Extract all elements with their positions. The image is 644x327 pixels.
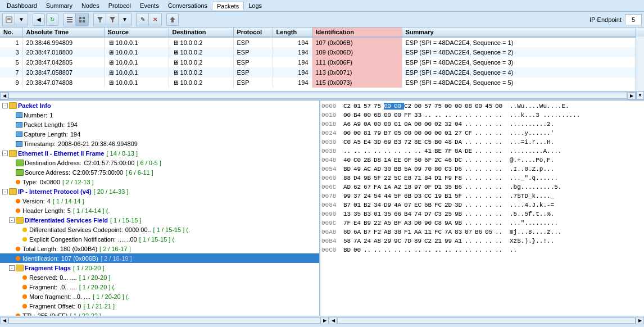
packet-list[interactable]: No. Absolute Time Source Destination Pro… bbox=[0, 28, 644, 101]
new-btn[interactable] bbox=[3, 13, 15, 26]
tab-events[interactable]: Events bbox=[135, 1, 164, 10]
tree-item[interactable]: Reserved:0... ....[ 1 / 20-20 ] bbox=[0, 272, 319, 282]
tree-item[interactable]: Fragment:.0.. ....[ 1 / 20-20 ] (. bbox=[0, 282, 319, 292]
bullet-orange-icon bbox=[16, 247, 20, 251]
filter2-btn[interactable]: + bbox=[106, 13, 119, 26]
dropdown-btn[interactable]: ▼ bbox=[15, 13, 28, 26]
hex-ascii: ....4.J.k.-= bbox=[510, 202, 554, 208]
tree-item[interactable]: Total Length:180 (0x00B4)[ 2 / 16-17 ] bbox=[0, 244, 319, 253]
tree-item[interactable]: -Fragment Flags[ 1 / 20-20 ] bbox=[0, 263, 319, 272]
tree-item[interactable]: -Differentiated Services Field[ 1 / 15-1… bbox=[0, 215, 319, 225]
tree-item[interactable]: Source Address:C2:00:57:75:00:00[ 6 / 6-… bbox=[0, 167, 319, 177]
expand-btn[interactable]: - bbox=[2, 189, 8, 194]
packet-cell: 194 bbox=[273, 78, 312, 88]
hex-byte: C5 bbox=[424, 139, 434, 146]
tree-item[interactable]: Header Length:5[ 1 / 14-14 ] (. bbox=[0, 206, 319, 215]
packet-row[interactable]: 120:38:46.994809🖥 10.0.0.1🖥 10.0.0.2ESP1… bbox=[0, 37, 644, 47]
tree-item[interactable]: Explicit Congestion Notification:.... ..… bbox=[0, 234, 319, 244]
hex-byte: 19 bbox=[434, 193, 445, 199]
hex-byte: .. bbox=[475, 238, 485, 244]
tab-summary[interactable]: Summary bbox=[42, 1, 77, 10]
refresh-btn[interactable]: ↻ bbox=[46, 13, 58, 26]
hex-byte: 09 bbox=[414, 166, 424, 172]
tree-item-value: 194 bbox=[67, 121, 77, 128]
hex-byte: .. bbox=[485, 157, 495, 164]
tree-item[interactable]: -IP - Internet Protocol (v4)[ 20 / 14-33… bbox=[0, 187, 319, 196]
tree-item-label: Differentiated Services Field bbox=[25, 217, 108, 224]
tree-item[interactable]: Differentiated Services Codepoint:0000 0… bbox=[0, 225, 319, 234]
packet-row[interactable]: 320:38:47.018800🖥 10.0.0.1🖥 10.0.0.2ESP1… bbox=[0, 47, 644, 57]
export-btn[interactable] bbox=[166, 13, 179, 26]
edit-btn[interactable]: ✎ bbox=[137, 13, 149, 26]
tree-item[interactable]: Number:1 bbox=[0, 110, 319, 120]
tree-item[interactable]: Packet Length:194 bbox=[0, 120, 319, 129]
tree-item[interactable]: Type:0x0800[ 2 / 12-13 ] bbox=[0, 177, 319, 187]
tab-dashboard[interactable]: Dashboard bbox=[2, 1, 42, 10]
expand-btn[interactable]: - bbox=[9, 217, 15, 223]
tab-nodes[interactable]: Nodes bbox=[77, 1, 104, 10]
hex-panel[interactable]: 0000C2 01 57 75 00 00 C2 00 57 75 00 00 … bbox=[320, 101, 644, 316]
tab-packets[interactable]: Packets bbox=[212, 2, 244, 10]
packet-row[interactable]: 720:38:47.058807🖥 10.0.0.1🖥 10.0.0.2ESP1… bbox=[0, 67, 644, 78]
hex-byte: D3 bbox=[414, 193, 424, 199]
file-toolbar-group: ▼ bbox=[2, 13, 28, 26]
endpoint-input[interactable] bbox=[625, 14, 642, 25]
expand-btn[interactable]: - bbox=[2, 151, 8, 156]
hex-offset: 0078 bbox=[321, 193, 341, 199]
hex-byte: 22 bbox=[374, 220, 384, 226]
tab-logs[interactable]: Logs bbox=[244, 1, 266, 10]
tree-item[interactable]: Identification:107 (0x006B)[ 2 / 18-19 ] bbox=[0, 253, 319, 263]
tab-conversations[interactable]: Conversations bbox=[164, 1, 212, 10]
packet-list-vscroll[interactable]: ▲ ▼ bbox=[636, 28, 644, 99]
hex-offset: 006C bbox=[321, 184, 341, 190]
scroll-down-btn[interactable]: ▼ bbox=[636, 91, 644, 99]
hex-byte: 00 bbox=[414, 130, 424, 137]
svg-text:+: + bbox=[112, 19, 114, 22]
scroll-track bbox=[636, 36, 644, 91]
tree-item[interactable]: Version:4[ 1 / 14-14 ] bbox=[0, 196, 319, 206]
hex-row: 001000 B4 00 6B 00 00 FF 33 .. .. .. .. … bbox=[321, 111, 643, 120]
tree-item[interactable]: -Ethernet II - Ethernet II Frame[ 14 / 0… bbox=[0, 148, 319, 158]
hex-byte: CF bbox=[465, 130, 475, 137]
packet-row[interactable]: 920:38:47.074808🖥 10.0.0.1🖥 10.0.0.2ESP1… bbox=[0, 78, 644, 88]
packet-cell: ESP (SPI = 48DAC2E4, Sequence = 1) bbox=[402, 37, 636, 47]
hex-byte: 97 bbox=[414, 184, 424, 190]
hex-row: 0018A6 A9 0A 00 00 01 0A 00 00 02 32 04 … bbox=[321, 120, 643, 129]
hex-byte: 45 bbox=[485, 103, 495, 110]
hex-byte: 72 bbox=[404, 139, 414, 146]
list-view-btn[interactable] bbox=[64, 13, 76, 26]
tree-item[interactable]: Destination Address:C2:01:57:75:00:00[ 6… bbox=[0, 158, 319, 167]
hex-byte: 50 bbox=[414, 157, 424, 164]
hex-byte: 01 bbox=[445, 130, 455, 137]
bullet-orange-icon bbox=[22, 275, 27, 280]
hex-byte: F8 bbox=[455, 175, 465, 181]
bottom-scrollbar[interactable]: ◀ ▶ ◀ ▶ bbox=[0, 316, 644, 324]
grid-view-btn[interactable] bbox=[76, 13, 88, 26]
packet-cell: 🖥 10.0.0.1 bbox=[104, 78, 169, 88]
packet-cell: 5 bbox=[0, 57, 22, 67]
tree-item[interactable]: Fragment Offset:0[ 1 / 21-21 ] bbox=[0, 301, 319, 311]
tree-panel[interactable]: -Packet InfoNumber:1Packet Length:194Cap… bbox=[0, 101, 320, 316]
hex-byte: .. bbox=[475, 184, 485, 190]
expand-btn[interactable]: - bbox=[2, 103, 8, 108]
packet-list-hscroll[interactable]: ◀ ▶ bbox=[0, 91, 636, 99]
hex-byte: 00 bbox=[475, 103, 485, 110]
packet-cell: ESP bbox=[233, 67, 273, 78]
packet-row[interactable]: 520:38:47.042805🖥 10.0.0.1🖥 10.0.0.2ESP1… bbox=[0, 57, 644, 67]
tree-item[interactable]: TTL:255 (0xFF)[ 1 / 22-22 ] bbox=[0, 311, 319, 316]
filter-btn[interactable] bbox=[94, 13, 106, 26]
tree-item[interactable]: Timestamp:2008-06-21 20:38:46.994809 bbox=[0, 139, 319, 148]
tree-item[interactable]: Capture Length:194 bbox=[0, 129, 319, 139]
packet-cell: 7 bbox=[0, 67, 22, 78]
tree-item-value: 2008-06-21 20:38:46.994809 bbox=[58, 140, 138, 147]
tree-item[interactable]: -Packet Info bbox=[0, 101, 319, 110]
filter-dropdown-btn[interactable]: ▼ bbox=[119, 13, 131, 26]
tree-item[interactable]: More fragment:..0. ....[ 1 / 20-20 ] (. bbox=[0, 292, 319, 301]
back-btn[interactable]: ◀ bbox=[33, 13, 45, 26]
expand-btn[interactable]: - bbox=[9, 265, 15, 271]
hex-byte: .. bbox=[434, 247, 445, 253]
hex-byte: 7A bbox=[445, 229, 455, 235]
tree-item-label: IP - Internet Protocol (v4) bbox=[18, 188, 92, 195]
x-btn[interactable]: ✕ bbox=[149, 13, 161, 26]
tab-protocol[interactable]: Protocol bbox=[104, 1, 135, 10]
